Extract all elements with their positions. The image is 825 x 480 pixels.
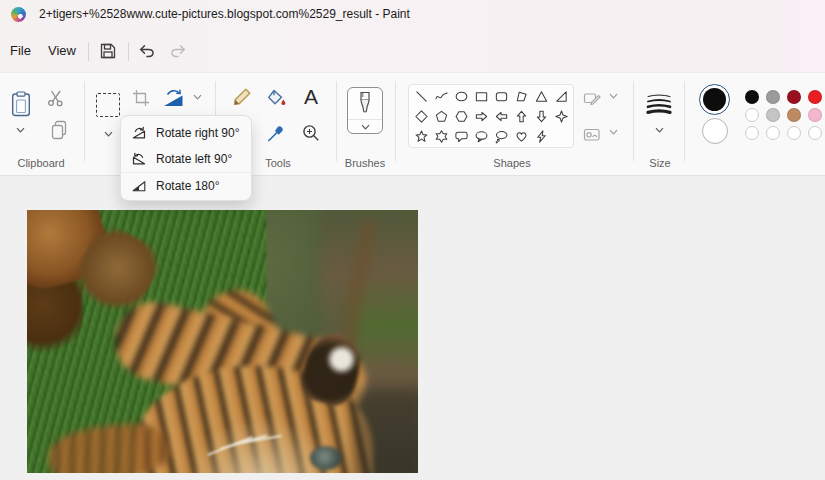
shape-curve-icon[interactable] [432,87,450,105]
magnifier-tool-button[interactable] [298,120,324,146]
shape-oval-callout-icon[interactable] [472,127,490,145]
save-button[interactable] [94,36,122,66]
shape-arrow-up-icon[interactable] [512,107,530,125]
fill-tool-button[interactable] [263,85,289,111]
palette-color-10[interactable] [787,126,801,140]
size-dropdown-chevron[interactable] [652,125,666,135]
shape-outline-icon [583,89,602,108]
shape-fill-chevron[interactable] [606,127,620,137]
size-button[interactable] [643,90,675,116]
rotate-menu: Rotate right 90° Rotate left 90° Rotate … [120,115,252,201]
shape-fill-button[interactable] [581,123,603,145]
shape-fill-icon [583,125,602,144]
select-dropdown-chevron[interactable] [101,129,115,139]
shape-rounded-rectangle-icon[interactable] [492,87,510,105]
eyedropper-tool-button[interactable] [263,120,289,146]
window-header: 2+tigers+%2528www.cute-pictures.blogspot… [0,0,825,72]
shape-arrow-down-icon[interactable] [532,107,550,125]
menubar: File View [0,32,825,70]
shape-lightning-icon[interactable] [532,127,550,145]
crop-button[interactable] [131,88,151,108]
ribbon-separator [395,81,396,161]
color1-selector[interactable] [699,84,730,115]
redo-button[interactable] [164,36,192,66]
shape-triangle-icon[interactable] [532,87,550,105]
size-group-label: Size [628,157,692,169]
paste-dropdown-chevron[interactable] [13,125,27,135]
palette-color-0[interactable] [745,90,759,104]
paste-button[interactable] [8,89,34,119]
shape-cloud-callout-icon[interactable] [492,127,510,145]
copy-icon [51,120,67,140]
undo-icon [138,43,156,59]
palette-color-7[interactable] [808,108,822,122]
palette-color-1[interactable] [766,90,780,104]
brushes-dropdown-chevron[interactable] [348,120,382,133]
shape-outline-chevron[interactable] [606,91,620,101]
paint-app-icon [11,7,26,22]
palette-color-9[interactable] [766,126,780,140]
menu-item-rotate-right[interactable]: Rotate right 90° [121,120,251,146]
shape-outline-button[interactable] [581,87,603,109]
ribbon-separator [684,81,685,161]
file-menu-button[interactable]: File [4,38,37,64]
palette-color-4[interactable] [745,108,759,122]
undo-button[interactable] [133,36,161,66]
palette-color-2[interactable] [787,90,801,104]
palette-color-3[interactable] [808,90,822,104]
palette-color-8[interactable] [745,126,759,140]
rotate-dropdown-chevron[interactable] [190,92,204,102]
copy-button[interactable] [50,119,68,141]
canvas-image[interactable] [27,210,418,473]
shape-rectangle-icon[interactable] [472,87,490,105]
shape-arrow-right-icon[interactable] [472,107,490,125]
rotate-right-icon [131,125,147,141]
palette-color-6[interactable] [787,108,801,122]
menubar-separator [88,42,89,61]
shape-five-point-star-icon[interactable] [412,127,430,145]
cut-button[interactable] [46,88,66,108]
paste-icon [11,91,31,117]
shape-polygon-icon[interactable] [512,87,530,105]
shape-four-point-star-icon[interactable] [552,107,570,125]
menu-item-label: Rotate 180° [156,179,220,193]
window-title: 2+tigers+%2528www.cute-pictures.blogspot… [39,7,410,21]
shape-heart-icon[interactable] [512,127,530,145]
cut-icon [47,89,65,107]
shape-six-point-star-icon[interactable] [432,127,450,145]
ribbon-separator [84,81,85,161]
select-tool-button[interactable] [94,91,122,119]
color2-selector[interactable] [702,118,728,144]
brushes-button[interactable] [347,87,383,134]
shape-pentagon-icon[interactable] [432,107,450,125]
color1-swatch [703,88,726,111]
menu-item-rotate-180[interactable]: Rotate 180° [121,172,251,198]
menu-item-label: Rotate left 90° [156,152,232,166]
canvas-area[interactable] [0,176,825,480]
tiger-photo-art [27,210,418,473]
shape-ellipse-icon[interactable] [452,87,470,105]
shapes-group-label: Shapes [450,157,574,169]
rotate-180-icon [131,178,147,194]
ribbon-separator [336,81,337,161]
pencil-tool-button[interactable] [229,84,255,110]
shape-rounded-callout-icon[interactable] [452,127,470,145]
shape-arrow-left-icon[interactable] [492,107,510,125]
color-palette [745,90,822,140]
shape-diamond-icon[interactable] [412,107,430,125]
text-tool-button[interactable]: A [298,84,324,110]
redo-icon [169,43,187,59]
palette-color-11[interactable] [808,126,822,140]
brushes-group-label: Brushes [325,157,405,169]
palette-color-5[interactable] [766,108,780,122]
view-menu-button[interactable]: View [42,38,82,64]
crop-icon [132,89,150,107]
menu-item-rotate-left[interactable]: Rotate left 90° [121,146,251,172]
save-icon [99,42,117,60]
shape-right-triangle-icon[interactable] [552,87,570,105]
shape-hexagon-icon[interactable] [452,107,470,125]
shape-line-icon[interactable] [412,87,430,105]
rotate-button[interactable] [160,86,188,110]
eyedropper-icon [266,123,286,143]
rectangular-select-icon [96,93,120,117]
